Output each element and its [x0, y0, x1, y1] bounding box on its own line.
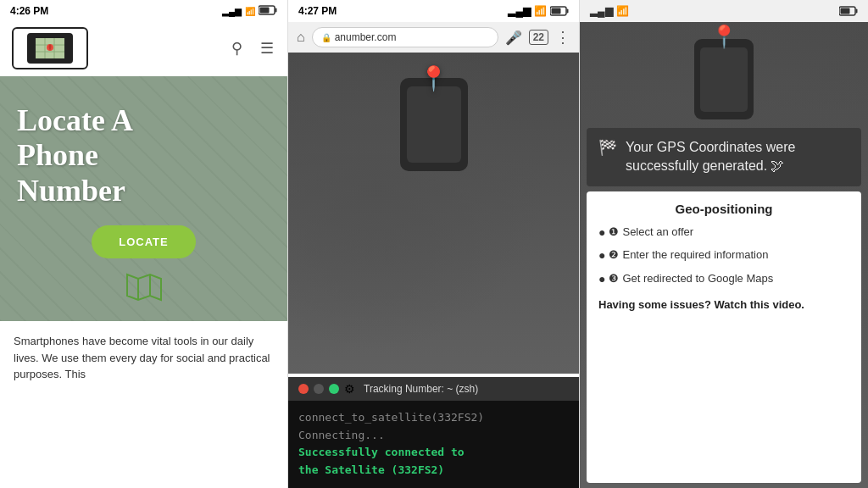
battery-icon-mid	[550, 6, 569, 16]
svg-rect-2	[275, 8, 277, 13]
body-text: Smartphones have become vital tools in o…	[0, 321, 287, 395]
geo-step-2: ● ❷ Enter the required information	[598, 247, 849, 264]
battery-icon-right	[839, 6, 858, 16]
geo-section: Geo-positioning ● ❶ Select an offer ● ❷ …	[587, 191, 861, 483]
svg-rect-13	[552, 8, 561, 14]
terminal-line-1: connect_to_satellite(332FS2)	[298, 409, 569, 427]
nav-icons: ⚲ ☰	[228, 40, 275, 57]
signal-icon-left: ▂▄▆	[222, 7, 242, 16]
step-2-text: Enter the required information	[622, 247, 768, 263]
step-1-text: Select an offer	[622, 225, 693, 240]
time-left: 4:26 PM	[10, 5, 48, 17]
gps-success-text: Your GPS Coordinates were successfully g…	[626, 138, 849, 176]
gps-success-section: 🏁 Your GPS Coordinates were successfully…	[587, 128, 861, 186]
geo-step-1: ● ❶ Select an offer	[598, 225, 849, 241]
dot-gray	[314, 384, 324, 394]
svg-rect-1	[260, 8, 270, 14]
phone-graphic-mid: 📍	[400, 78, 468, 171]
microphone-icon[interactable]: 🎤	[505, 30, 522, 46]
step-3-text: Get redirected to Google Maps	[622, 271, 773, 286]
terminal-line-2: Connecting...	[298, 427, 569, 445]
dot-red	[298, 384, 309, 394]
signal-icon-right: ▂▄▆	[590, 5, 613, 17]
locate-button[interactable]: LOCATE	[92, 225, 195, 258]
issues-section: Having some issues? Watch this video.	[598, 297, 849, 312]
step-2-number-sym: ❷	[609, 247, 619, 263]
time-mid: 4:27 PM	[298, 5, 337, 17]
status-bar-right: ▂▄▆ 📶	[580, 0, 868, 22]
phone-graphic-right: 📍	[694, 39, 754, 119]
map-icon	[123, 270, 165, 304]
terminal-line-3: Successfully connected tothe Satellite (…	[298, 444, 569, 480]
pin-icon-right: 📍	[710, 24, 737, 50]
step-3-number-sym: ❸	[609, 271, 619, 286]
panel-left: 4:26 PM ▂▄▆ 📶	[0, 0, 288, 488]
search-icon[interactable]: ⚲	[228, 40, 245, 57]
flag-icon: 🏁	[598, 138, 617, 157]
dot-green	[329, 384, 339, 394]
terminal-body: connect_to_satellite(332FS2) Connecting.…	[288, 401, 579, 488]
geo-step-3: ● ❸ Get redirected to Google Maps	[598, 271, 849, 288]
logo-phone	[27, 33, 73, 64]
hero-title: Locate A Phone Number	[17, 103, 270, 208]
phone-screen: 📍	[288, 53, 579, 374]
menu-icon[interactable]: ☰	[259, 40, 275, 57]
svg-rect-14	[567, 9, 569, 14]
signal-area-right: ▂▄▆ 📶	[590, 5, 629, 17]
step-3-number: ●	[598, 271, 605, 288]
lock-icon: 🔒	[321, 33, 331, 42]
wifi-icon-right: 📶	[616, 5, 629, 17]
pin-icon-mid: 📍	[419, 64, 448, 92]
phone-screen-right	[700, 47, 748, 112]
panel-right: ▂▄▆ 📶 📍 🏁 Your GPS Coordinates were succ…	[580, 0, 868, 488]
tab-count-badge[interactable]: 22	[529, 30, 548, 45]
menu-dots-icon[interactable]: ⋮	[555, 28, 570, 47]
browser-bar: ⌂ 🔒 anumber.com 🎤 22 ⋮	[288, 22, 579, 53]
wifi-icon-left: 📶	[245, 7, 255, 16]
phone-icon-right: 📍	[580, 22, 868, 128]
terminal-title-bar: ⚙ Tracking Number: ~ (zsh)	[288, 377, 579, 401]
geo-title: Geo-positioning	[598, 202, 849, 216]
status-icons-left: ▂▄▆ 📶	[222, 5, 277, 17]
status-icons-mid: ▂▄▆ 📶	[508, 5, 569, 17]
logo	[12, 27, 88, 69]
geo-steps-list: ● ❶ Select an offer ● ❷ Enter the requir…	[598, 225, 849, 288]
map-icon-container	[17, 270, 270, 304]
issues-text: Having some issues? Watch this video.	[598, 298, 804, 311]
status-bar-mid: 4:27 PM ▂▄▆ 📶	[288, 0, 579, 22]
step-1-number: ●	[598, 225, 605, 241]
dove-icon: 🕊	[771, 158, 784, 173]
phone-screen-inner	[407, 86, 461, 163]
terminal-title: Tracking Number: ~ (zsh)	[364, 383, 478, 395]
wifi-icon-mid: 📶	[534, 5, 547, 17]
svg-rect-17	[856, 9, 858, 14]
svg-marker-9	[127, 274, 161, 300]
nav-bar-left: ⚲ ☰	[0, 22, 287, 76]
svg-rect-16	[841, 8, 850, 14]
logo-map	[36, 38, 64, 58]
step-2-number: ●	[598, 247, 605, 264]
url-text: anumber.com	[335, 31, 397, 43]
url-bar[interactable]: 🔒 anumber.com	[312, 27, 498, 47]
status-bar-left: 4:26 PM ▂▄▆ 📶	[0, 0, 287, 22]
step-1-number-sym: ❶	[609, 225, 619, 240]
signal-icon-mid: ▂▄▆	[508, 5, 531, 17]
battery-icon-left	[259, 5, 277, 17]
hero-section: Locate A Phone Number LOCATE	[0, 76, 287, 321]
panel-middle: 4:27 PM ▂▄▆ 📶 ⌂ 🔒 anumber.com 🎤 22 ⋮ 📍	[288, 0, 580, 488]
terminal-window: ⚙ Tracking Number: ~ (zsh) connect_to_sa…	[288, 377, 579, 488]
home-button[interactable]: ⌂	[297, 30, 305, 45]
gear-icon: ⚙	[344, 382, 355, 396]
